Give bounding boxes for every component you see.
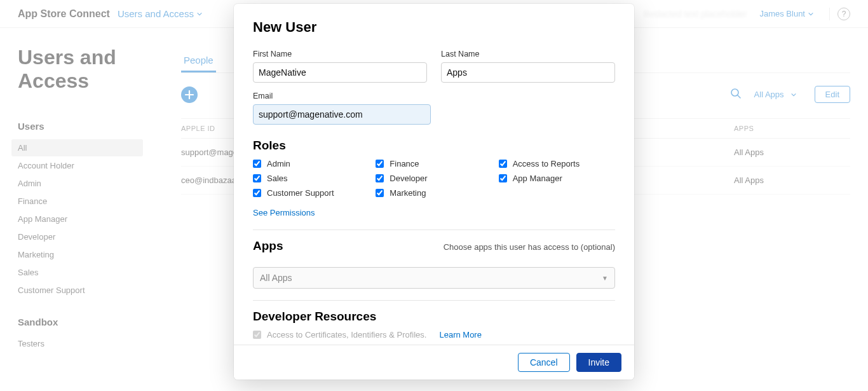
invite-button[interactable]: Invite <box>576 353 621 372</box>
role-admin[interactable]: Admin <box>253 159 369 168</box>
apps-heading: Apps <box>253 239 283 253</box>
role-developer[interactable]: Developer <box>376 174 492 183</box>
role-access-reports[interactable]: Access to Reports <box>499 159 615 168</box>
learn-more-link[interactable]: Learn More <box>439 330 481 340</box>
role-cs-checkbox[interactable] <box>253 189 261 197</box>
role-label: Marketing <box>390 188 426 198</box>
role-label: Access to Reports <box>513 159 580 168</box>
modal-title: New User <box>253 19 615 36</box>
divider <box>253 300 615 301</box>
triangle-down-icon: ▼ <box>602 275 608 282</box>
first-name-field[interactable] <box>253 62 427 83</box>
role-customer-support[interactable]: Customer Support <box>253 188 369 198</box>
dev-resources-option[interactable]: Access to Certificates, Identifiers & Pr… <box>253 330 426 340</box>
role-label: Sales <box>267 174 288 183</box>
email-field[interactable] <box>253 104 431 125</box>
role-label: Customer Support <box>267 188 334 198</box>
email-label: Email <box>253 92 431 100</box>
modal-overlay: New User First Name Last Name Email Role… <box>0 0 868 391</box>
role-access-reports-checkbox[interactable] <box>499 160 507 168</box>
role-label: Admin <box>267 159 290 168</box>
apps-select[interactable]: All Apps ▼ <box>253 267 615 289</box>
role-app-manager-checkbox[interactable] <box>499 174 507 182</box>
last-name-field[interactable] <box>441 62 615 83</box>
roles-heading: Roles <box>253 139 615 153</box>
role-finance[interactable]: Finance <box>376 159 492 168</box>
role-admin-checkbox[interactable] <box>253 160 261 168</box>
first-name-label: First Name <box>253 50 427 58</box>
apps-select-value: All Apps <box>260 273 292 283</box>
role-developer-checkbox[interactable] <box>376 174 384 182</box>
role-app-manager[interactable]: App Manager <box>499 174 615 183</box>
role-label: Finance <box>390 159 419 168</box>
role-label: Developer <box>390 174 427 183</box>
role-sales-checkbox[interactable] <box>253 174 261 182</box>
dev-resources-label: Access to Certificates, Identifiers & Pr… <box>267 330 426 340</box>
roles-grid: Admin Finance Access to Reports Sales De… <box>253 159 615 198</box>
new-user-modal: New User First Name Last Name Email Role… <box>234 4 634 380</box>
cancel-button[interactable]: Cancel <box>518 353 570 372</box>
last-name-label: Last Name <box>441 50 615 58</box>
dev-resources-heading: Developer Resources <box>253 310 615 324</box>
modal-footer: Cancel Invite <box>234 345 634 380</box>
role-sales[interactable]: Sales <box>253 174 369 183</box>
role-label: App Manager <box>513 174 562 183</box>
dev-resources-checkbox <box>253 331 261 339</box>
see-permissions-link[interactable]: See Permissions <box>253 208 315 217</box>
role-marketing[interactable]: Marketing <box>376 188 492 198</box>
role-finance-checkbox[interactable] <box>376 160 384 168</box>
role-marketing-checkbox[interactable] <box>376 189 384 197</box>
apps-hint: Choose apps this user has access to (opt… <box>444 242 615 252</box>
